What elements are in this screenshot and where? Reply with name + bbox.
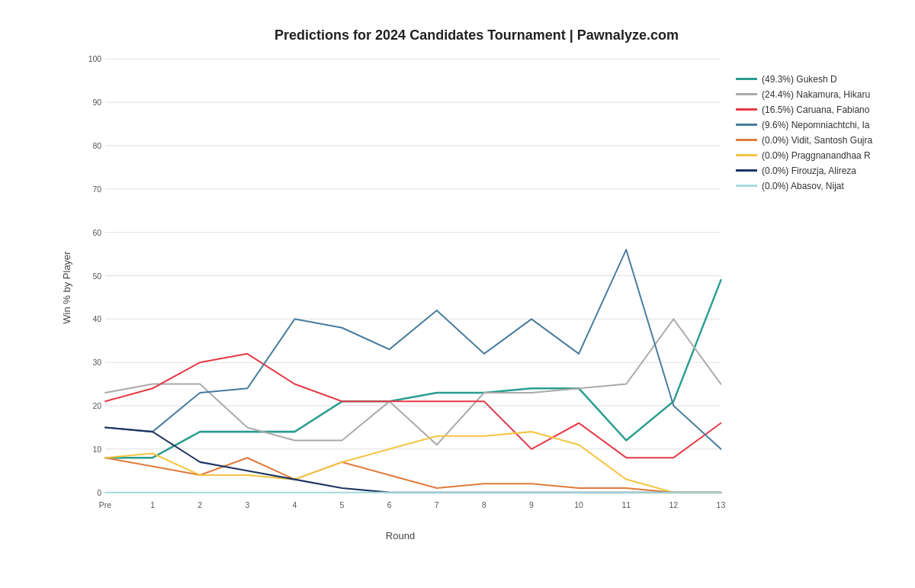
legend-item: (0.0%) Abasov, Nijat: [736, 181, 881, 191]
legend-item: (49.3%) Gukesh D: [736, 74, 881, 85]
chart-area: Win % by Player 0102030405060708090100Pr…: [72, 51, 881, 524]
legend-label: (9.6%) Nepomniachtchi, Ia: [762, 120, 869, 130]
chart-container: Predictions for 2024 Candidates Tourname…: [19, 12, 896, 577]
chart-title: Predictions for 2024 Candidates Tourname…: [72, 27, 881, 43]
legend-item: (24.4%) Nakamura, Hikaru: [736, 89, 881, 100]
svg-text:5: 5: [340, 500, 345, 509]
chart-inner: 0102030405060708090100Pre123456789101112…: [72, 51, 881, 524]
legend-label: (0.0%) Praggnanandhaa R: [762, 150, 871, 161]
svg-text:10: 10: [93, 444, 102, 453]
svg-text:80: 80: [93, 140, 102, 149]
legend-item: (9.6%) Nepomniachtchi, Ia: [736, 120, 881, 130]
svg-text:30: 30: [93, 357, 102, 366]
legend-item: (0.0%) Firouzja, Alireza: [736, 165, 881, 176]
svg-text:20: 20: [93, 400, 102, 410]
svg-text:4: 4: [293, 500, 297, 509]
legend-color: [736, 124, 757, 126]
svg-text:12: 12: [669, 500, 678, 509]
svg-text:13: 13: [717, 500, 726, 509]
legend-label: (0.0%) Vidit, Santosh Gujra: [762, 135, 872, 146]
y-axis-label: Win % by Player: [61, 251, 72, 323]
svg-text:6: 6: [387, 500, 392, 509]
legend-color: [736, 78, 757, 80]
legend-color: [736, 185, 757, 187]
svg-text:100: 100: [88, 54, 102, 63]
svg-text:50: 50: [93, 271, 102, 280]
svg-text:8: 8: [482, 500, 486, 509]
svg-text:3: 3: [245, 500, 249, 509]
svg-text:70: 70: [93, 184, 102, 193]
svg-text:11: 11: [621, 500, 631, 509]
legend-label: (24.4%) Nakamura, Hikaru: [762, 89, 870, 100]
legend-color: [736, 154, 757, 156]
legend-color: [736, 108, 757, 111]
svg-text:Pre: Pre: [99, 500, 111, 509]
legend-color: [736, 93, 757, 95]
legend-color: [736, 139, 757, 141]
x-axis-label: Round: [72, 530, 728, 541]
svg-text:10: 10: [574, 500, 583, 509]
svg-text:90: 90: [93, 97, 102, 106]
svg-text:40: 40: [93, 314, 102, 323]
svg-text:60: 60: [93, 227, 102, 236]
legend-item: (0.0%) Vidit, Santosh Gujra: [736, 135, 881, 146]
legend-label: (0.0%) Abasov, Nijat: [762, 181, 844, 191]
svg-text:0: 0: [97, 487, 101, 496]
legend-color: [736, 169, 757, 172]
legend-label: (0.0%) Firouzja, Alireza: [762, 165, 856, 176]
svg-text:9: 9: [529, 500, 534, 509]
svg-text:7: 7: [435, 500, 439, 509]
svg-text:1: 1: [150, 500, 155, 509]
legend: (49.3%) Gukesh D (24.4%) Nakamura, Hikar…: [736, 74, 881, 191]
legend-item: (0.0%) Praggnanandhaa R: [736, 150, 881, 161]
legend-item: (16.5%) Caruana, Fabiano: [736, 104, 881, 115]
legend-label: (16.5%) Caruana, Fabiano: [762, 104, 869, 115]
chart-svg: 0102030405060708090100Pre123456789101112…: [72, 51, 728, 524]
legend-label: (49.3%) Gukesh D: [762, 74, 837, 85]
svg-text:2: 2: [197, 500, 202, 509]
